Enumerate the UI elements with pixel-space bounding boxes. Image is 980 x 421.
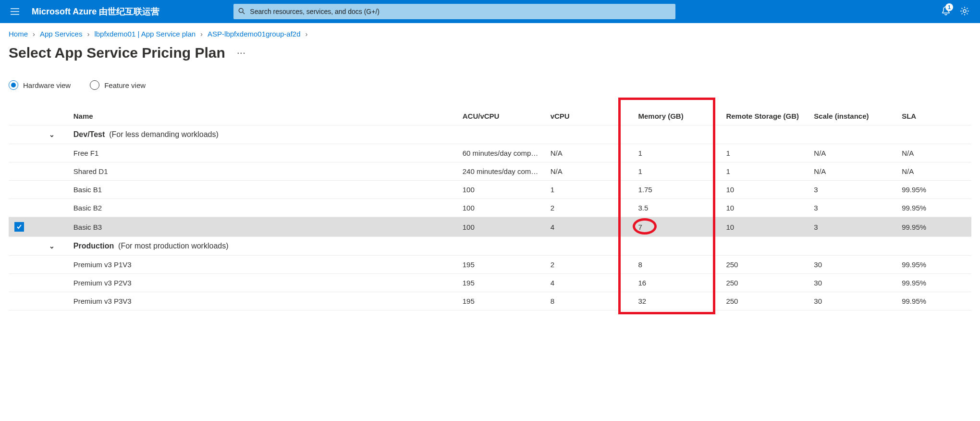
search-input[interactable]	[250, 8, 671, 15]
search-bar[interactable]	[233, 4, 675, 19]
cell-sla: 99.95%	[896, 199, 971, 217]
cell-acu: 240 minutes/day compute	[457, 162, 545, 181]
col-sla[interactable]: SLA	[896, 107, 971, 125]
cell-memory: 32	[633, 292, 721, 310]
breadcrumb-plan[interactable]: ASP-lbpfxdemo01group-af2d	[208, 30, 300, 38]
table-header-row: Name ACU/vCPU vCPU Memory (GB) Remote St…	[9, 107, 971, 125]
cell-vcpu: 8	[545, 292, 633, 310]
col-vcpu[interactable]: vCPU	[545, 107, 633, 125]
svg-point-2	[963, 10, 966, 12]
col-expand	[36, 107, 67, 125]
table-row[interactable]: Shared D1240 minutes/day computeN/A11N/A…	[9, 162, 971, 181]
cell-acu: 195	[457, 292, 545, 310]
col-checkbox	[9, 107, 36, 125]
cell-memory: 16	[633, 274, 721, 292]
cell-memory: 3.5	[633, 199, 721, 217]
group-desc: (For less demanding workloads)	[109, 130, 219, 138]
chevron-right-icon: ›	[87, 30, 89, 38]
page-title: Select App Service Pricing Plan	[9, 45, 225, 61]
hardware-view-label: Hardware view	[23, 81, 71, 89]
group-label: Production	[74, 242, 114, 250]
cell-remote: 250	[720, 274, 808, 292]
cell-remote: 10	[720, 217, 808, 237]
table-row[interactable]: Basic B110011.7510399.95%	[9, 181, 971, 199]
table-row[interactable]: Free F160 minutes/day computeN/A11N/AN/A	[9, 144, 971, 162]
table-row[interactable]: Premium v3 P3V31958322503099.95%	[9, 292, 971, 310]
cell-name: Premium v3 P1V3	[68, 256, 457, 274]
col-acu[interactable]: ACU/vCPU	[457, 107, 545, 125]
table-row[interactable]: Premium v3 P1V3195282503099.95%	[9, 256, 971, 274]
cell-acu: 195	[457, 256, 545, 274]
chevron-right-icon: ›	[306, 30, 308, 38]
breadcrumb-resource[interactable]: lbpfxdemo01 | App Service plan	[94, 30, 196, 38]
cell-memory: 8	[633, 256, 721, 274]
checkbox-checked[interactable]	[14, 222, 24, 232]
table-row[interactable]: Premium v3 P2V31954162503099.95%	[9, 274, 971, 292]
cell-sla: 99.95%	[896, 256, 971, 274]
group-row[interactable]: ⌄ Dev/Test (For less demanding workloads…	[9, 125, 971, 144]
table-row[interactable]: Basic B210023.510399.95%	[9, 199, 971, 217]
cell-memory: 1.75	[633, 181, 721, 199]
cell-remote: 10	[720, 181, 808, 199]
cell-sla: 99.95%	[896, 217, 971, 237]
settings-button[interactable]	[960, 6, 969, 17]
radio-unchecked-icon	[90, 80, 99, 90]
cell-remote: 1	[720, 144, 808, 162]
search-icon	[238, 8, 245, 16]
cell-name: Premium v3 P3V3	[68, 292, 457, 310]
cell-scale: 3	[808, 217, 896, 237]
cell-name: Basic B1	[68, 181, 457, 199]
cell-acu: 100	[457, 217, 545, 237]
view-radios: Hardware view Feature view	[9, 80, 971, 90]
cell-remote: 250	[720, 256, 808, 274]
hardware-view-radio[interactable]: Hardware view	[9, 80, 71, 90]
svg-line-1	[243, 12, 245, 13]
cell-name: Basic B3	[68, 217, 457, 237]
feature-view-radio[interactable]: Feature view	[90, 80, 146, 90]
col-scale[interactable]: Scale (instance)	[808, 107, 896, 125]
cell-memory: 1	[633, 162, 721, 181]
topbar: Microsoft Azure 由世纪互联运营 1	[0, 0, 980, 23]
cell-acu: 195	[457, 274, 545, 292]
pricing-table: Name ACU/vCPU vCPU Memory (GB) Remote St…	[9, 107, 971, 310]
cell-name: Shared D1	[68, 162, 457, 181]
cell-name: Free F1	[68, 144, 457, 162]
cell-remote: 250	[720, 292, 808, 310]
cell-vcpu: 4	[545, 274, 633, 292]
cell-acu: 100	[457, 199, 545, 217]
notifications-button[interactable]: 1	[942, 6, 950, 17]
chevron-down-icon: ⌄	[49, 242, 55, 250]
cell-name: Basic B2	[68, 199, 457, 217]
brand[interactable]: Microsoft Azure 由世纪互联运营	[24, 6, 171, 17]
col-name[interactable]: Name	[68, 107, 457, 125]
cell-vcpu: N/A	[545, 162, 633, 181]
cell-scale: N/A	[808, 162, 896, 181]
group-row[interactable]: ⌄ Production (For most production worklo…	[9, 237, 971, 256]
breadcrumb-app-services[interactable]: App Services	[40, 30, 82, 38]
pricing-table-wrap: Name ACU/vCPU vCPU Memory (GB) Remote St…	[9, 107, 971, 310]
cell-vcpu: 4	[545, 217, 633, 237]
radio-checked-icon	[9, 80, 18, 90]
more-actions-button[interactable]: ···	[237, 47, 245, 59]
cell-scale: 30	[808, 292, 896, 310]
cell-vcpu: 2	[545, 199, 633, 217]
group-desc: (For most production workloads)	[118, 242, 228, 250]
hamburger-icon	[11, 8, 19, 15]
cell-sla: N/A	[896, 162, 971, 181]
cell-acu: 60 minutes/day compute	[457, 144, 545, 162]
table-row[interactable]: Basic B31004710399.95%	[9, 217, 971, 237]
topbar-actions: 1	[942, 6, 974, 17]
cell-scale: 30	[808, 256, 896, 274]
col-memory[interactable]: Memory (GB)	[633, 107, 721, 125]
cell-scale: 3	[808, 199, 896, 217]
chevron-right-icon: ›	[200, 30, 203, 38]
col-remote[interactable]: Remote Storage (GB)	[720, 107, 808, 125]
breadcrumb-home[interactable]: Home	[9, 30, 28, 38]
cell-vcpu: 1	[545, 181, 633, 199]
cell-vcpu: N/A	[545, 144, 633, 162]
cell-name: Premium v3 P2V3	[68, 274, 457, 292]
cell-remote: 1	[720, 162, 808, 181]
breadcrumb: Home › App Services › lbpfxdemo01 | App …	[9, 30, 971, 38]
chevron-down-icon: ⌄	[49, 131, 55, 138]
hamburger-menu[interactable]	[6, 6, 24, 17]
